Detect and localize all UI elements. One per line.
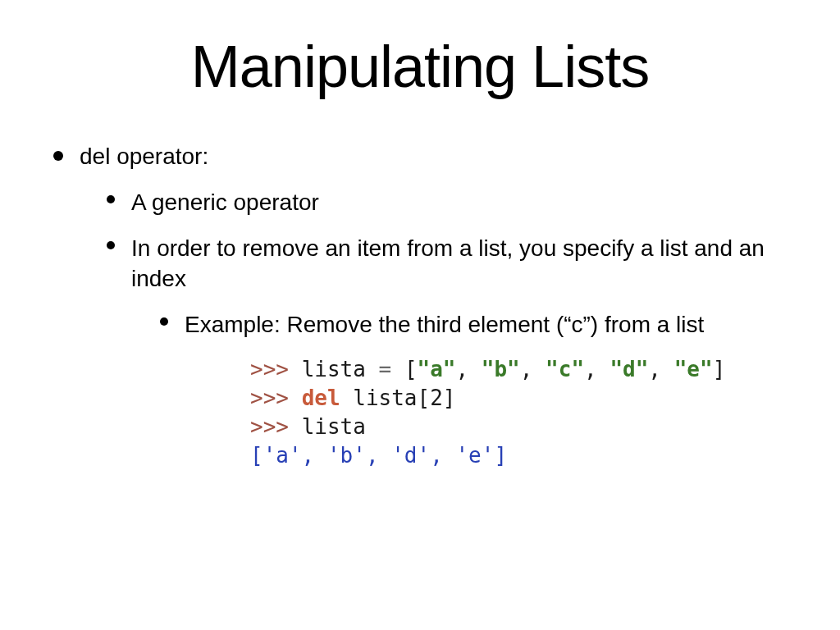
- code-prompt: >>>: [250, 386, 289, 410]
- code-var: lista: [302, 414, 366, 439]
- code-prompt: >>>: [250, 414, 289, 439]
- code-var: lista: [353, 386, 417, 410]
- bullet-level-0: del operator:: [53, 141, 799, 172]
- bullet-level-2: Example: Remove the third element (“c”) …: [160, 309, 799, 340]
- bullet-text: del operator:: [80, 141, 208, 172]
- code-str: "a": [418, 357, 456, 381]
- bullet-dot-icon: [107, 195, 115, 203]
- code-comma: ,: [648, 357, 673, 381]
- code-str: "b": [482, 357, 520, 381]
- bullet-level-1: In order to remove an item from a list, …: [107, 233, 799, 295]
- code-var: lista: [302, 357, 366, 381]
- code-comma: ,: [456, 357, 482, 381]
- code-str: "c": [546, 357, 584, 381]
- bullet-text: In order to remove an item from a list, …: [131, 233, 799, 295]
- code-str: "e": [674, 357, 713, 381]
- code-example: >>> lista = ["a", "b", "c", "d", "e"] >>…: [250, 355, 799, 470]
- code-comma: ,: [584, 357, 609, 381]
- code-op: =: [366, 357, 404, 381]
- slide-title: Manipulating Lists: [41, 33, 799, 100]
- bullet-text: Example: Remove the third element (“c”) …: [185, 309, 704, 340]
- bullet-dot-icon: [160, 317, 168, 326]
- code-comma: ,: [520, 357, 546, 381]
- code-bracket: [: [404, 357, 418, 381]
- code-idx: ]: [443, 386, 456, 410]
- code-idx-num: 2: [430, 386, 443, 410]
- code-keyword: del: [302, 386, 340, 410]
- code-str: "d": [609, 357, 648, 381]
- bullet-dot-icon: [107, 241, 115, 249]
- bullet-level-1: A generic operator: [107, 187, 799, 218]
- code-idx: [: [418, 386, 431, 410]
- code-bracket: ]: [713, 357, 726, 381]
- bullet-dot-icon: [53, 151, 63, 161]
- code-prompt: >>>: [250, 357, 289, 381]
- code-output: ['a', 'b', 'd', 'e']: [250, 443, 507, 468]
- bullet-text: A generic operator: [131, 187, 319, 218]
